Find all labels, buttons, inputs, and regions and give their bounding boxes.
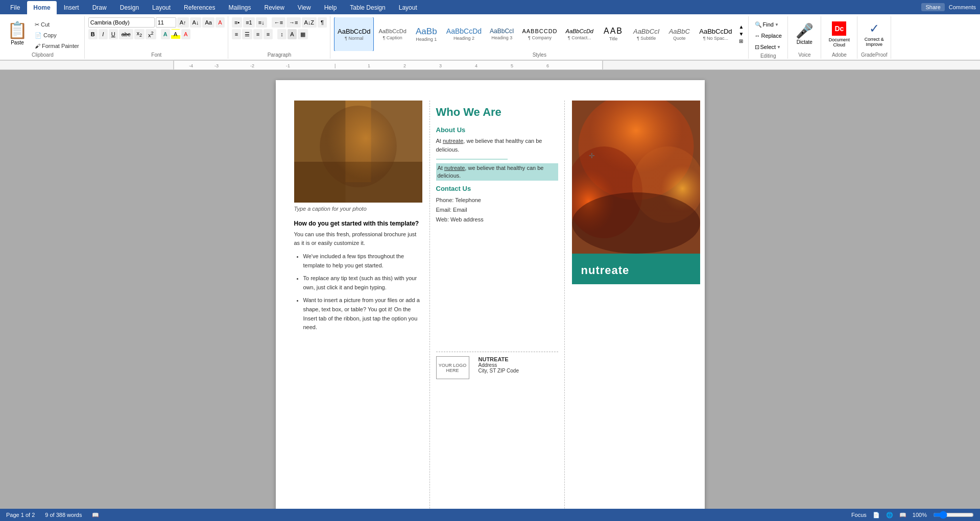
- gradeproof-icon: ✓: [869, 21, 879, 36]
- svg-text:-3: -3: [214, 63, 219, 68]
- replace-button[interactable]: ↔ Replace: [752, 31, 784, 41]
- comments-button[interactable]: Comments: [949, 4, 976, 10]
- style-heading1-label: Heading 1: [416, 37, 437, 42]
- tab-layout[interactable]: Layout: [146, 1, 177, 14]
- style-title[interactable]: AAB Title: [598, 17, 629, 51]
- bullet-item-1: We've included a few tips throughout the…: [303, 252, 422, 270]
- dictate-button[interactable]: 🎤 Dictate: [792, 17, 818, 51]
- word-count: 9 of 388 words: [45, 512, 82, 518]
- numbering-button[interactable]: ≡1: [243, 17, 255, 28]
- highlight-button[interactable]: A: [171, 29, 180, 39]
- clear-format-button[interactable]: A: [216, 17, 225, 28]
- status-right: Focus 📄 🌐 📖 100%: [851, 511, 974, 519]
- flower-photo: [572, 101, 700, 254]
- style-heading2-preview: AaBbCcDd: [446, 28, 482, 35]
- tab-design[interactable]: Design: [114, 1, 145, 14]
- tab-layout2[interactable]: Layout: [393, 1, 423, 14]
- style-contact[interactable]: AaBbCcDd ¶ Contact...: [562, 17, 597, 51]
- line-spacing-button[interactable]: ↕: [277, 29, 286, 39]
- who-we-are-title: Who We Are: [436, 106, 558, 119]
- format-painter-button[interactable]: 🖌 Format Painter: [33, 41, 81, 51]
- view-read-icon[interactable]: 📖: [899, 512, 906, 518]
- svg-text:3: 3: [439, 63, 442, 68]
- font-format-row: B I U abc x2 x2 A A A: [88, 29, 225, 39]
- address-line2: City, ST ZIP Code: [479, 368, 519, 374]
- middle-empty-area: [436, 224, 558, 346]
- style-heading3-preview: AaBbCcI: [490, 28, 514, 34]
- tab-help[interactable]: Help: [318, 1, 343, 14]
- tab-home[interactable]: Home: [27, 1, 56, 14]
- text-effects-button[interactable]: A: [161, 29, 170, 39]
- style-quote-preview: AaBbC: [669, 28, 690, 35]
- ribbon-content: 📋 Paste ✂ Cut 📄 Copy 🖌 Format Painter: [0, 14, 980, 60]
- cut-button[interactable]: ✂ Cut: [33, 19, 81, 30]
- style-company-preview: AABBCCDD: [522, 29, 557, 34]
- style-subtitle-preview: AaBbCcI: [633, 28, 659, 35]
- change-case-button[interactable]: Aa: [202, 17, 214, 28]
- sort-button[interactable]: A↓Z: [302, 17, 317, 28]
- superscript-button[interactable]: x2: [146, 29, 156, 39]
- table-move-handle[interactable]: ✛: [589, 152, 595, 160]
- tab-review[interactable]: Review: [258, 1, 291, 14]
- about-heading: About Us: [436, 126, 558, 134]
- font-color-button[interactable]: A: [181, 29, 190, 39]
- style-company[interactable]: AABBCCDD ¶ Company: [518, 17, 561, 51]
- view-web-icon[interactable]: 🌐: [886, 512, 893, 518]
- focus-button[interactable]: Focus: [851, 512, 867, 518]
- style-normal-label: ¶ Normal: [345, 36, 363, 41]
- tab-mailings[interactable]: Mailings: [222, 1, 257, 14]
- style-heading1[interactable]: AaBb Heading 1: [411, 17, 442, 51]
- left-column: Type a caption for your photo How do you…: [294, 101, 429, 509]
- style-subtitle[interactable]: AaBbCcI ¶ Subtitle: [630, 17, 663, 51]
- font-name-input[interactable]: [88, 17, 155, 28]
- show-marks-button[interactable]: ¶: [318, 17, 327, 28]
- select-button[interactable]: ⊡ Select ▼: [752, 42, 784, 52]
- styles-group: AaBbCcDd ¶ Normal AaBbCcDd ¶ Caption AaB…: [331, 16, 748, 59]
- copy-button[interactable]: 📄 Copy: [33, 30, 81, 40]
- align-center-button[interactable]: ☰: [242, 29, 252, 39]
- styles-scroll[interactable]: ▲ ▼ ⊞: [738, 23, 745, 45]
- font-size-input[interactable]: [156, 17, 176, 28]
- tab-insert[interactable]: Insert: [58, 1, 85, 14]
- decrease-font-button[interactable]: A↓: [190, 17, 202, 28]
- tab-draw[interactable]: Draw: [86, 1, 113, 14]
- style-heading2[interactable]: AaBbCcDd Heading 2: [443, 17, 485, 51]
- align-right-button[interactable]: ≡: [253, 29, 262, 39]
- share-button[interactable]: Share: [921, 3, 944, 11]
- tab-view[interactable]: View: [292, 1, 317, 14]
- style-caption[interactable]: AaBbCcDd ¶ Caption: [375, 17, 410, 51]
- bold-button[interactable]: B: [88, 29, 98, 39]
- tab-references[interactable]: References: [178, 1, 221, 14]
- bullets-button[interactable]: ≡•: [232, 17, 242, 28]
- align-left-button[interactable]: ≡: [232, 29, 241, 39]
- paste-button[interactable]: 📋 Paste: [4, 17, 31, 48]
- tab-table-design[interactable]: Table Design: [344, 1, 391, 14]
- increase-font-button[interactable]: A↑: [177, 17, 189, 28]
- style-normal[interactable]: AaBbCcDd ¶ Normal: [334, 17, 374, 51]
- justify-button[interactable]: ≡: [264, 29, 273, 39]
- find-button[interactable]: 🔍 Find ▼: [752, 19, 781, 30]
- style-heading3[interactable]: AaBbCcI Heading 3: [486, 17, 517, 51]
- correct-improve-button[interactable]: ✓ Correct &Improve: [862, 17, 887, 51]
- clipboard-group: 📋 Paste ✂ Cut 📄 Copy 🖌 Format Painter: [1, 16, 85, 59]
- style-quote[interactable]: AaBbC Quote: [664, 17, 695, 51]
- document-cloud-button[interactable]: Dc DocumentCloud: [825, 17, 854, 51]
- email-item: Email: Email: [436, 205, 558, 215]
- style-nospace[interactable]: AaBbCcDd ¶ No Spac...: [696, 17, 735, 51]
- underline-button[interactable]: U: [109, 29, 118, 39]
- view-print-icon[interactable]: 📄: [873, 512, 880, 518]
- shading-button[interactable]: A: [288, 29, 297, 39]
- zoom-slider[interactable]: [933, 511, 974, 519]
- strikethrough-button[interactable]: abc: [119, 29, 133, 39]
- increase-indent-button[interactable]: →≡: [286, 17, 300, 28]
- subscript-button[interactable]: x2: [134, 29, 145, 39]
- multilevel-list-button[interactable]: ≡↓: [256, 17, 267, 28]
- proofing-icon[interactable]: 📖: [92, 512, 99, 518]
- clipboard-right: ✂ Cut 📄 Copy 🖌 Format Painter: [33, 17, 81, 51]
- style-contact-label: ¶ Contact...: [568, 35, 591, 40]
- italic-button[interactable]: I: [99, 29, 108, 39]
- decrease-indent-button[interactable]: ←≡: [272, 17, 285, 28]
- borders-button[interactable]: ▦: [298, 29, 308, 39]
- tab-file[interactable]: File: [4, 1, 26, 14]
- style-nospace-label: ¶ No Spac...: [703, 36, 728, 41]
